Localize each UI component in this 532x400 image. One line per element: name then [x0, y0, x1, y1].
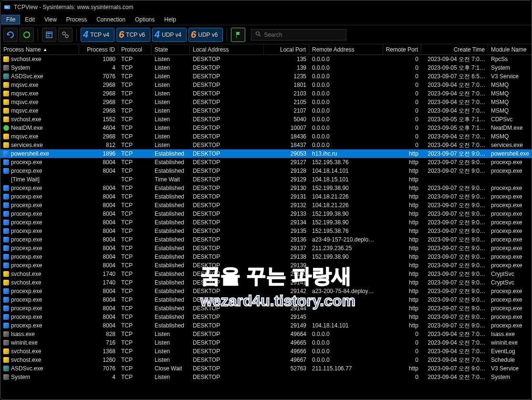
table-row[interactable]: procexp.exe8004TCPEstablishedDESKTOP2914… [0, 304, 532, 313]
table-row[interactable]: mqsvc.exe2968TCPListenDESKTOP184360.0.0.… [0, 132, 532, 141]
table-row[interactable]: svchost.exe1080TCPListenDESKTOP1350.0.0.… [0, 55, 532, 63]
table-row[interactable]: mqsvc.exe2968TCPListenDESKTOP21050.0.0.0… [0, 98, 532, 106]
table-row[interactable]: procexp.exe8004TCPEstablishedDESKTOP2913… [0, 235, 532, 244]
search-input[interactable] [264, 32, 342, 38]
svg-rect-7 [47, 36, 50, 36]
filter-udp-v6[interactable]: 6UDP v6 [188, 28, 223, 42]
column-header[interactable]: Remote Address [309, 44, 383, 54]
column-header[interactable]: Local Address [190, 44, 264, 54]
svg-rect-10 [236, 32, 237, 38]
menu-view[interactable]: View [40, 15, 62, 24]
table-row[interactable]: [Time Wait]TCPTime WaitDESKTOP29129104.1… [0, 175, 532, 184]
process-icon [3, 82, 9, 88]
process-icon [3, 65, 9, 71]
process-icon [3, 151, 9, 157]
column-header[interactable]: Process Name▲ [0, 44, 79, 54]
search-box[interactable] [251, 29, 346, 41]
column-header[interactable]: Process ID [79, 44, 118, 54]
filter-tcp-v4[interactable]: 4TCP v4 [81, 28, 115, 42]
table-row[interactable]: mqsvc.exe2968TCPListenDESKTOP21030.0.0.0… [0, 89, 532, 98]
filter-udp-v4[interactable]: 4UDP v4 [152, 28, 187, 42]
process-icon [3, 288, 9, 294]
menu-help[interactable]: Help [159, 15, 181, 24]
table-row[interactable]: svchost.exe1740TCPEstablishedDESKTOP2914… [0, 278, 532, 287]
sort-asc-icon: ▲ [43, 47, 48, 52]
table-row[interactable]: services.exe812TCPListenDESKTOP184370.0.… [0, 141, 532, 149]
process-icon [3, 271, 9, 277]
table-row[interactable]: procexp.exe8004TCPEstablishedDESKTOP2914… [0, 313, 532, 321]
connection-table[interactable]: svchost.exe1080TCPListenDESKTOP1350.0.0.… [0, 55, 532, 400]
table-row[interactable]: lsass.exe828TCPListenDESKTOP496640.0.0.0… [0, 330, 532, 338]
process-icon [3, 297, 9, 303]
table-row[interactable]: procexp.exe8004TCPEstablishedDESKTOP2913… [0, 184, 532, 192]
process-icon [3, 108, 9, 114]
table-row[interactable]: ASDSvc.exe7076TCPListenDESKTOP12350.0.0.… [0, 72, 532, 81]
properties-button[interactable] [42, 28, 56, 42]
column-header[interactable]: Local Port [264, 44, 309, 54]
table-row[interactable]: procexp.exe8004TCPEstablishedDESKTOP2913… [0, 192, 532, 201]
table-row[interactable]: procexp.exe8004TCPEstablishedDESKTOP2913… [0, 261, 532, 270]
process-icon [3, 74, 9, 79]
process-icon [3, 185, 9, 191]
svg-rect-2 [5, 7, 8, 8]
svg-line-12 [259, 35, 261, 36]
search-icon [255, 31, 261, 38]
settings-button[interactable] [58, 28, 73, 42]
process-icon [3, 237, 9, 242]
flag-button[interactable] [231, 28, 245, 42]
table-row[interactable]: svchost.exe1740TCPEstablishedDESKTOP2914… [0, 270, 532, 278]
column-headers: Process Name▲Process IDProtocolStateLoca… [0, 44, 532, 55]
table-row[interactable]: mqsvc.exe2968TCPListenDESKTOP18010.0.0.0… [0, 81, 532, 89]
table-row[interactable]: ASDSvc.exe7076TCPClose WaitDESKTOP527632… [0, 364, 532, 373]
table-row[interactable]: procexp.exe8004TCPEstablishedDESKTOP2913… [0, 244, 532, 253]
table-row[interactable]: procexp.exe8004TCPEstablishedDESKTOP2914… [0, 295, 532, 304]
column-header[interactable]: Module Name [488, 44, 529, 54]
process-icon [3, 194, 9, 200]
table-row[interactable]: procexp.exe8004TCPEstablishedDESKTOP2914… [0, 287, 532, 295]
process-icon [3, 159, 9, 165]
table-row[interactable]: System4TCPListenDESKTOP1390.0.0.002023-0… [0, 63, 532, 72]
table-row[interactable]: procexp.exe8004TCPEstablishedDESKTOP2914… [0, 321, 532, 330]
process-icon [3, 134, 9, 139]
autorefresh-button[interactable] [20, 28, 34, 42]
table-row[interactable]: procexp.exe8004TCPEstablishedDESKTOP2913… [0, 218, 532, 227]
process-icon [3, 220, 9, 225]
svg-point-11 [256, 32, 260, 35]
menu-connection[interactable]: Connection [92, 15, 130, 24]
menu-edit[interactable]: Edit [20, 15, 40, 24]
table-row[interactable]: procexp.exe8004TCPEstablishedDESKTOP2912… [0, 167, 532, 175]
window-title: TCPView - Sysinternals: www.sysinternals… [14, 4, 134, 11]
column-header[interactable]: Create Time [421, 44, 488, 54]
table-row[interactable]: wininit.exe716TCPListenDESKTOP496650.0.0… [0, 338, 532, 347]
process-icon [3, 142, 9, 148]
process-icon [3, 56, 9, 62]
table-row[interactable]: System4TCPListenDESKTOP02023-09-04 오전 7:… [0, 373, 532, 381]
menu-file[interactable]: File [1, 15, 20, 24]
menu-process[interactable]: Process [62, 15, 92, 24]
table-row[interactable]: procexp.exe8004TCPEstablishedDESKTOP2913… [0, 253, 532, 261]
table-row[interactable]: svchost.exe1260TCPListenDESKTOP496670.0.… [0, 356, 532, 364]
process-icon [3, 374, 9, 380]
column-header[interactable]: Remote Port [383, 44, 421, 54]
table-row[interactable]: NeatDM.exe4604TCPListenDESKTOP100070.0.0… [0, 124, 532, 132]
table-row[interactable]: procexp.exe8004TCPEstablishedDESKTOP2913… [0, 201, 532, 210]
column-header[interactable]: State [152, 44, 190, 54]
table-row[interactable]: mqsvc.exe2968TCPListenDESKTOP21070.0.0.0… [0, 106, 532, 115]
process-icon [3, 125, 9, 131]
table-row[interactable]: powershell.exe1896TCPEstablishedDESKTOP2… [0, 149, 532, 158]
svg-rect-6 [47, 35, 49, 35]
menu-options[interactable]: Options [130, 15, 159, 24]
process-icon [3, 366, 9, 371]
process-icon [3, 314, 9, 320]
table-row[interactable]: procexp.exe8004TCPEstablishedDESKTOP2913… [0, 227, 532, 235]
table-row[interactable]: svchost.exe1552TCPListenDESKTOP50400.0.0… [0, 115, 532, 124]
table-row[interactable]: procexp.exe8004TCPEstablishedDESKTOP2913… [0, 210, 532, 218]
process-icon [3, 116, 9, 122]
column-header[interactable]: Protocol [118, 44, 152, 54]
table-row[interactable]: procexp.exe8004TCPEstablishedDESKTOP2912… [0, 158, 532, 167]
filter-tcp-v6[interactable]: 6TCP v6 [116, 28, 150, 42]
refresh-button[interactable] [3, 28, 18, 42]
process-icon [3, 357, 9, 363]
table-row[interactable]: svchost.exe1368TCPListenDESKTOP496660.0.… [0, 347, 532, 356]
svg-point-8 [63, 32, 65, 35]
